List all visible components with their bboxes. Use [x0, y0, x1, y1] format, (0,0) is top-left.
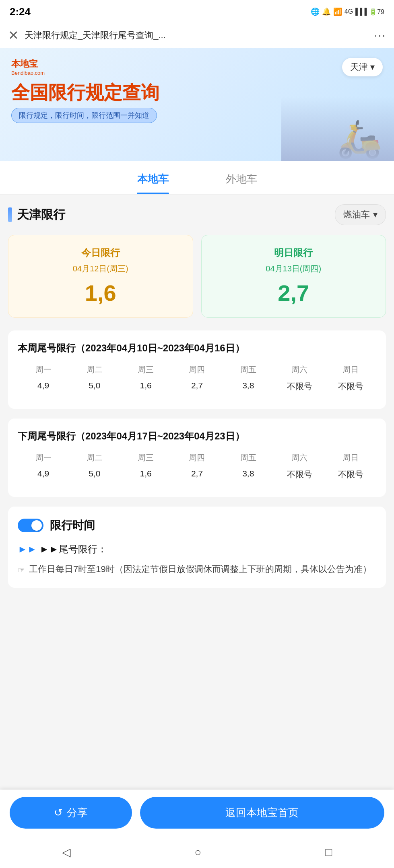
next-week-sat: 不限号 — [274, 469, 325, 480]
share-icon: ↺ — [54, 806, 63, 819]
city-selector[interactable]: 天津 ▾ — [342, 58, 383, 76]
time-arrow-label: ►► ►►尾号限行： — [18, 543, 376, 556]
tab-local-car-label: 本地车 — [137, 173, 169, 185]
section-header: 天津限行 燃油车 ▾ — [8, 204, 386, 225]
week-header-fri: 周五 — [223, 364, 274, 375]
banner-title-part1: 全国 — [11, 82, 48, 103]
this-week-fri: 3,8 — [223, 381, 274, 392]
banner-logo: 本地宝 Bendibao.com — [11, 58, 45, 76]
time-arrow-icon: ►► — [18, 544, 39, 554]
week-header-mon: 周一 — [18, 364, 69, 375]
next-week-thu: 2,7 — [171, 469, 223, 480]
week-header-tue: 周二 — [69, 364, 120, 375]
bottom-action-bar: ↺ 分享 返回本地宝首页 — [0, 790, 394, 836]
nav-recent-icon[interactable]: □ — [325, 846, 332, 859]
this-week-sat: 不限号 — [274, 381, 325, 392]
this-week-table: 周一 周二 周三 周四 周五 周六 周日 4,9 5,0 1,6 2,7 3,8… — [18, 364, 376, 392]
today-card-date: 04月12日(周三) — [18, 263, 183, 274]
time-detail-icon: ☞ — [18, 564, 25, 577]
next-week-sun: 不限号 — [325, 469, 376, 480]
next-week-section: 下周尾号限行（2023年04月17日~2023年04月23日） 周一 周二 周三… — [8, 419, 386, 497]
share-button[interactable]: ↺ 分享 — [10, 797, 132, 829]
time-toggle[interactable] — [18, 519, 43, 532]
toggle-knob — [31, 520, 42, 531]
banner: 本地宝 Bendibao.com 全国限行规定查询 限行规定，限行时间，限行范围… — [0, 48, 394, 161]
time-detail: ☞ 工作日每日7时至19时（因法定节假日放假调休而调整上下班的周期，具体以公告为… — [18, 562, 376, 577]
this-week-thu: 2,7 — [171, 381, 223, 392]
this-week-section: 本周尾号限行（2023年04月10日~2023年04月16日） 周一 周二 周三… — [8, 330, 386, 409]
next-week-table: 周一 周二 周三 周四 周五 周六 周日 4,9 5,0 1,6 2,7 3,8… — [18, 452, 376, 480]
banner-main-title: 全国限行规定查询 — [11, 80, 159, 105]
tomorrow-card-date: 04月13日(周四) — [211, 263, 376, 274]
logo-sub: Bendibao.com — [11, 70, 45, 76]
next-week-header-fri: 周五 — [223, 452, 274, 463]
main-content: 天津限行 燃油车 ▾ 今日限行 04月12日(周三) 1,6 明日限行 04月1… — [0, 195, 394, 687]
section-accent-icon — [8, 207, 12, 222]
nav-home-icon[interactable]: ○ — [195, 846, 202, 859]
time-restriction-label: ►►尾号限行： — [39, 544, 107, 554]
week-header-thu: 周四 — [171, 364, 223, 375]
this-week-header-row: 周一 周二 周三 周四 周五 周六 周日 — [18, 364, 376, 375]
network-icon: 🌐 — [311, 7, 320, 16]
next-week-value-row: 4,9 5,0 1,6 2,7 3,8 不限号 不限号 — [18, 469, 376, 480]
next-week-header-sun: 周日 — [325, 452, 376, 463]
banner-title-part3: 查询 — [122, 82, 159, 103]
tomorrow-card-numbers: 2,7 — [211, 280, 376, 306]
share-label: 分享 — [67, 806, 88, 820]
tomorrow-card: 明日限行 04月13日(周四) 2,7 — [201, 235, 386, 318]
this-week-title: 本周尾号限行（2023年04月10日~2023年04月16日） — [18, 342, 376, 355]
browser-title: 天津限行规定_天津限行尾号查询_... — [25, 29, 369, 41]
buildings-illustration — [281, 96, 394, 161]
home-label: 返回本地宝首页 — [225, 806, 299, 819]
next-week-header-mon: 周一 — [18, 452, 69, 463]
tab-foreign-car[interactable]: 外地车 — [197, 161, 286, 194]
status-icons: 🌐 🔔 📶 4G▐▐▐ 🔋79 — [311, 7, 384, 16]
this-week-sun: 不限号 — [325, 381, 376, 392]
week-header-sat: 周六 — [274, 364, 325, 375]
next-week-wed: 1,6 — [120, 469, 171, 480]
this-week-tue: 5,0 — [69, 381, 120, 392]
next-week-header-row: 周一 周二 周三 周四 周五 周六 周日 — [18, 452, 376, 463]
more-button[interactable]: ··· — [374, 29, 386, 42]
next-week-title: 下周尾号限行（2023年04月17日~2023年04月23日） — [18, 430, 376, 443]
home-button[interactable]: 返回本地宝首页 — [140, 797, 384, 829]
this-week-value-row: 4,9 5,0 1,6 2,7 3,8 不限号 不限号 — [18, 381, 376, 392]
browser-bar: ✕ 天津限行规定_天津限行尾号查询_... ··· — [0, 23, 394, 48]
time-section: 限行时间 ►► ►►尾号限行： ☞ 工作日每日7时至19时（因法定节假日放假调休… — [8, 507, 386, 588]
section-title-group: 天津限行 — [8, 207, 65, 223]
tab-local-car[interactable]: 本地车 — [109, 161, 197, 194]
next-week-tue: 5,0 — [69, 469, 120, 480]
banner-subtitle: 限行规定，限行时间，限行范围一并知道 — [11, 108, 157, 123]
banner-title-part2: 限行规定 — [48, 82, 122, 103]
next-week-fri: 3,8 — [223, 469, 274, 480]
week-header-wed: 周三 — [120, 364, 171, 375]
today-card-label: 今日限行 — [18, 246, 183, 259]
time-title: 限行时间 — [50, 518, 95, 533]
next-week-header-sat: 周六 — [274, 452, 325, 463]
time-detail-text: 工作日每日7时至19时（因法定节假日放假调休而调整上下班的周期，具体以公告为准） — [29, 562, 371, 576]
notification-icon: 🔔 — [322, 7, 331, 16]
next-week-header-wed: 周三 — [120, 452, 171, 463]
today-card-numbers: 1,6 — [18, 280, 183, 306]
fuel-type-label: 燃油车 — [343, 209, 370, 221]
next-week-mon: 4,9 — [18, 469, 69, 480]
city-dropdown-icon: ▾ — [370, 62, 375, 72]
today-card: 今日限行 04月12日(周三) 1,6 — [8, 235, 193, 318]
nav-back-icon[interactable]: ◁ — [62, 845, 71, 859]
city-label: 天津 — [350, 61, 368, 73]
nav-bar: ◁ ○ □ — [0, 836, 394, 868]
tomorrow-card-label: 明日限行 — [211, 246, 376, 259]
time-header: 限行时间 — [18, 518, 376, 533]
logo-text: 本地宝 — [11, 58, 45, 70]
section-title: 天津限行 — [17, 207, 65, 223]
tab-foreign-car-label: 外地车 — [226, 173, 257, 185]
this-week-wed: 1,6 — [120, 381, 171, 392]
tab-bar: 本地车 外地车 — [0, 161, 394, 195]
status-bar: 2:24 🌐 🔔 📶 4G▐▐▐ 🔋79 — [0, 0, 394, 23]
fuel-dropdown-icon: ▾ — [373, 209, 377, 220]
wifi-icon: 📶 — [333, 7, 342, 16]
fuel-type-selector[interactable]: 燃油车 ▾ — [335, 204, 386, 225]
battery-icon: 🔋79 — [369, 8, 384, 16]
close-button[interactable]: ✕ — [8, 29, 19, 42]
status-time: 2:24 — [10, 6, 31, 18]
